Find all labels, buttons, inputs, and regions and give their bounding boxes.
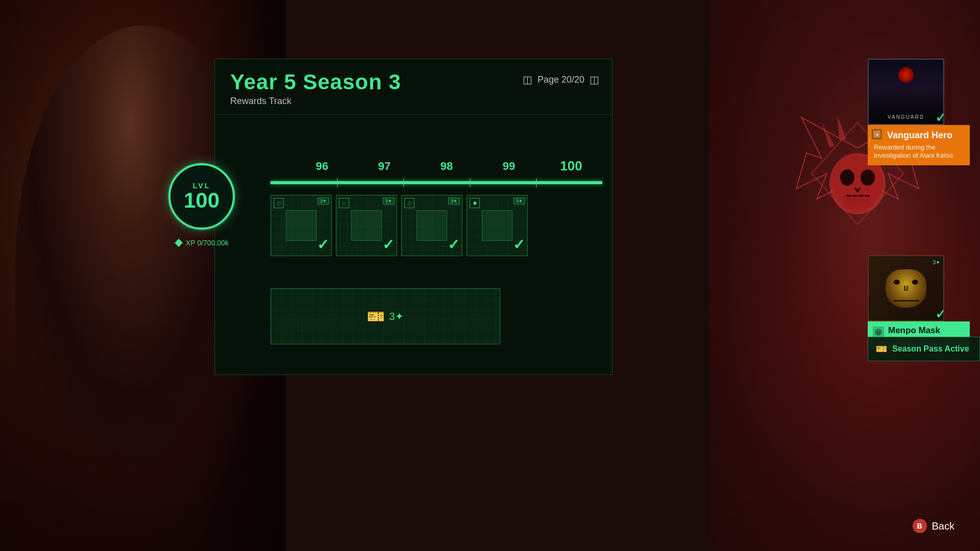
b-key-label: B: [917, 522, 922, 530]
level-label: LvL: [193, 182, 210, 190]
xp-text: XP 0/700.00k: [186, 239, 229, 247]
page-right-icon[interactable]: ◫: [590, 73, 599, 86]
card-99-checkmark: ✓: [513, 236, 525, 253]
card-99-icon-area: [482, 210, 512, 241]
card-99-inner: ⬟ 3✦ ✓: [467, 195, 527, 256]
vanguard-label-text: VANGUARD: [869, 114, 943, 120]
level-98: 98: [415, 160, 478, 173]
vanguard-image-checkmark: ✓: [935, 107, 944, 125]
mask-left-eye: [894, 280, 900, 285]
menpo-reward-box[interactable]: 3✦ ✓ ☺ Menpo Mask Menpo inspired Mask: [868, 255, 970, 348]
card-99-badge: 3✦: [513, 197, 525, 205]
vanguard-item-icon: ✦: [872, 129, 882, 139]
ticket-sym-97: 3✦: [385, 198, 392, 204]
ticket-sym-98: 3✦: [451, 198, 457, 204]
card-98-icon-area: [416, 210, 447, 241]
level-96: 96: [291, 160, 353, 173]
page-left-icon[interactable]: ◫: [523, 73, 532, 86]
page-text: Page 20/20: [537, 74, 584, 85]
menpo-image-card: 3✦ ✓: [868, 255, 944, 321]
level-99: 99: [478, 160, 540, 173]
b-key-icon: B: [913, 519, 927, 533]
card-98-inner: ⬡ 3✦ ✓: [402, 195, 462, 256]
progress-tick-1: [337, 178, 338, 187]
vanguard-title: Vanguard Hero: [874, 130, 964, 141]
level-numbers-row: 96 97 98 99 100: [271, 158, 602, 174]
card-98-badge: 3✦: [448, 197, 460, 205]
card-97-badge: 3✦: [383, 197, 395, 205]
panel-header: Year 5 Season 3 Rewards Track ◫ Page 20/…: [215, 59, 612, 115]
svg-text:✦: ✦: [875, 133, 879, 137]
vanguard-city-art: VANGUARD: [869, 60, 943, 124]
progress-bar-fill: [271, 181, 602, 184]
menpo-mask-art: [886, 269, 926, 308]
svg-point-2: [840, 169, 854, 186]
rewards-track-label: Rewards Track: [230, 96, 597, 107]
card-97-checkmark: ✓: [382, 236, 394, 253]
back-label: Back: [932, 520, 954, 532]
menpo-ticket-sym: 3✦: [933, 259, 940, 266]
season-pass-ticket-icon: 🎫: [876, 343, 887, 355]
level-circle: LvL 100: [168, 163, 235, 230]
level-100: 100: [540, 158, 602, 174]
xp-gem-icon: [175, 239, 183, 247]
season-pass-banner: 🎫 Season Pass Active: [868, 337, 980, 361]
card-97-type-icon: □: [339, 198, 349, 208]
svg-point-3: [861, 169, 875, 186]
progress-tick-2: [403, 178, 404, 187]
card-96-badge: 3✦: [317, 197, 329, 205]
reward-cards-row: ⬡ 3✦ ✓ □ 3✦ ✓ ⬡: [271, 195, 602, 256]
reward-card-97[interactable]: □ 3✦ ✓: [336, 195, 397, 256]
card-97-icon-area: [351, 210, 382, 241]
progress-tick-3: [470, 178, 471, 187]
svg-text:☺: ☺: [876, 330, 880, 335]
level-number: 100: [184, 190, 219, 211]
progress-track: 96 97 98 99 100 ⬡ 3✦ ✓: [271, 158, 602, 256]
card-99-type-icon: ⬟: [470, 198, 480, 208]
ticket-card-grid: [271, 289, 500, 344]
card-98-type-icon: ⬡: [404, 198, 414, 208]
mask-face: [886, 269, 926, 308]
vanguard-description: Rewarded during the investigation of Ala…: [874, 143, 964, 161]
vanguard-info-box: ✦ Vanguard Hero Rewarded during the inve…: [868, 125, 970, 165]
page-indicator: ◫ Page 20/20 ◫: [523, 73, 599, 86]
level-circle-container: LvL 100: [168, 163, 235, 230]
mask-nose: [904, 286, 908, 291]
mask-mouth: [893, 300, 919, 302]
menpo-item-icon: ☺: [873, 327, 884, 338]
level-97: 97: [353, 160, 415, 173]
menpo-title: Menpo Mask: [888, 325, 965, 336]
progress-bar: [271, 178, 602, 187]
card-98-checkmark: ✓: [448, 236, 459, 253]
back-button[interactable]: B Back: [913, 519, 954, 533]
card-96-checkmark: ✓: [317, 236, 329, 253]
reward-card-98[interactable]: ⬡ 3✦ ✓: [401, 195, 462, 256]
vanguard-image-card: VANGUARD ✓: [868, 59, 944, 125]
reward-card-99[interactable]: ⬟ 3✦ ✓: [467, 195, 528, 256]
ticket-sym-99: 3✦: [516, 198, 523, 204]
progress-tick-4: [536, 178, 537, 187]
menpo-image-checkmark: ✓: [935, 304, 944, 321]
card-96-icon-area: [286, 210, 316, 241]
bottom-ticket-card[interactable]: 🎫 3✦: [271, 288, 500, 344]
season-pass-label: Season Pass Active: [892, 344, 969, 354]
card-97-inner: □ 3✦ ✓: [336, 195, 397, 256]
ticket-sym-96: 3✦: [320, 198, 327, 204]
reward-card-96[interactable]: ⬡ 3✦ ✓: [271, 195, 332, 256]
card-96-inner: ⬡ 3✦ ✓: [271, 195, 331, 256]
vanguard-reward-box[interactable]: VANGUARD ✓ ✦ Vanguard Hero Rewarded duri…: [868, 59, 970, 165]
menpo-ticket-badge: 3✦: [933, 259, 940, 266]
xp-indicator: XP 0/700.00k: [175, 239, 229, 247]
vanguard-red-circle: [898, 67, 914, 83]
card-96-type-icon: ⬡: [274, 198, 284, 208]
mask-right-eye: [912, 280, 918, 285]
